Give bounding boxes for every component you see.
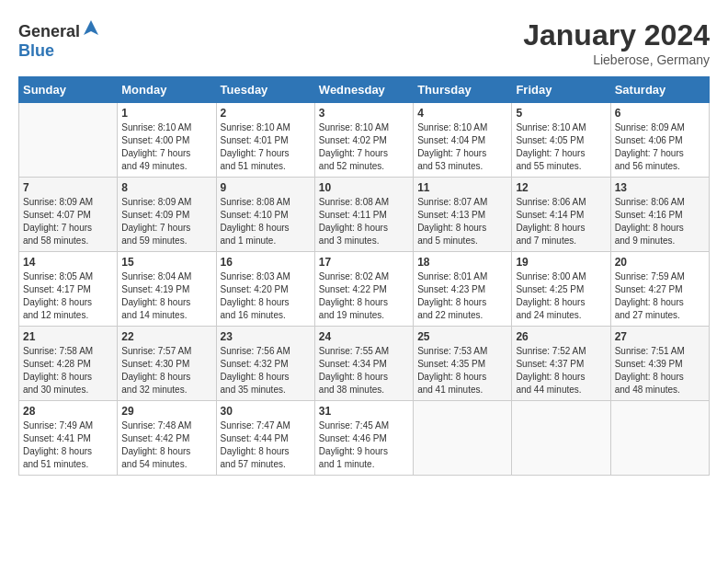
cell-info: Sunrise: 8:09 AMSunset: 4:07 PMDaylight:… bbox=[23, 196, 113, 247]
day-number: 27 bbox=[615, 330, 705, 343]
calendar-cell: 30Sunrise: 7:47 AMSunset: 4:44 PMDayligh… bbox=[216, 401, 314, 476]
cell-info: Sunrise: 8:06 AMSunset: 4:16 PMDaylight:… bbox=[615, 196, 705, 247]
cell-info: Sunrise: 7:45 AMSunset: 4:46 PMDaylight:… bbox=[319, 419, 409, 471]
cell-info: Sunrise: 7:55 AMSunset: 4:34 PMDaylight:… bbox=[319, 345, 409, 396]
day-number: 6 bbox=[615, 107, 705, 120]
calendar-cell: 23Sunrise: 7:56 AMSunset: 4:32 PMDayligh… bbox=[216, 327, 314, 401]
day-number: 30 bbox=[221, 405, 311, 418]
cell-info: Sunrise: 8:10 AMSunset: 4:04 PMDaylight:… bbox=[417, 121, 507, 173]
calendar-cell: 4Sunrise: 8:10 AMSunset: 4:04 PMDaylight… bbox=[414, 103, 512, 178]
calendar-cell: 9Sunrise: 8:08 AMSunset: 4:10 PMDaylight… bbox=[216, 178, 314, 252]
month-title: January 2024 bbox=[523, 18, 710, 52]
day-number: 5 bbox=[516, 107, 606, 120]
calendar-body: 1Sunrise: 8:10 AMSunset: 4:00 PMDaylight… bbox=[19, 103, 710, 476]
day-number: 14 bbox=[23, 256, 113, 269]
cell-info: Sunrise: 7:57 AMSunset: 4:30 PMDaylight:… bbox=[121, 345, 211, 396]
calendar-cell: 15Sunrise: 8:04 AMSunset: 4:19 PMDayligh… bbox=[118, 252, 216, 327]
calendar-cell: 17Sunrise: 8:02 AMSunset: 4:22 PMDayligh… bbox=[314, 252, 413, 327]
calendar-cell: 25Sunrise: 7:53 AMSunset: 4:35 PMDayligh… bbox=[414, 327, 512, 401]
header: General Blue January 2024 Lieberose, Ger… bbox=[18, 18, 710, 67]
calendar-cell: 10Sunrise: 8:08 AMSunset: 4:11 PMDayligh… bbox=[314, 178, 413, 252]
logo-general: General bbox=[18, 22, 80, 40]
calendar-cell: 31Sunrise: 7:45 AMSunset: 4:46 PMDayligh… bbox=[314, 401, 413, 476]
calendar-week-row: 1Sunrise: 8:10 AMSunset: 4:00 PMDaylight… bbox=[19, 103, 710, 178]
cell-info: Sunrise: 8:01 AMSunset: 4:23 PMDaylight:… bbox=[417, 270, 507, 322]
weekday-header-row: SundayMondayTuesdayWednesdayThursdayFrid… bbox=[19, 77, 710, 103]
calendar-table: SundayMondayTuesdayWednesdayThursdayFrid… bbox=[18, 76, 710, 476]
day-number: 4 bbox=[417, 107, 507, 120]
weekday-header-cell: Sunday bbox=[19, 77, 118, 103]
day-number: 15 bbox=[121, 256, 211, 269]
cell-info: Sunrise: 7:48 AMSunset: 4:42 PMDaylight:… bbox=[121, 419, 211, 471]
weekday-header-cell: Thursday bbox=[414, 77, 512, 103]
calendar-cell bbox=[512, 401, 610, 476]
cell-info: Sunrise: 8:10 AMSunset: 4:05 PMDaylight:… bbox=[516, 121, 606, 173]
svg-marker-0 bbox=[84, 20, 98, 35]
day-number: 11 bbox=[417, 181, 507, 194]
cell-info: Sunrise: 7:58 AMSunset: 4:28 PMDaylight:… bbox=[23, 345, 113, 396]
calendar-cell: 21Sunrise: 7:58 AMSunset: 4:28 PMDayligh… bbox=[19, 327, 118, 401]
day-number: 18 bbox=[417, 256, 507, 269]
cell-info: Sunrise: 8:05 AMSunset: 4:17 PMDaylight:… bbox=[23, 270, 113, 322]
day-number: 12 bbox=[516, 181, 606, 194]
cell-info: Sunrise: 8:03 AMSunset: 4:20 PMDaylight:… bbox=[221, 270, 311, 322]
cell-info: Sunrise: 8:10 AMSunset: 4:02 PMDaylight:… bbox=[319, 121, 409, 173]
calendar-week-row: 14Sunrise: 8:05 AMSunset: 4:17 PMDayligh… bbox=[19, 252, 710, 327]
day-number: 28 bbox=[23, 405, 113, 418]
calendar-cell bbox=[19, 103, 118, 178]
day-number: 2 bbox=[221, 107, 311, 120]
calendar-cell: 26Sunrise: 7:52 AMSunset: 4:37 PMDayligh… bbox=[512, 327, 610, 401]
calendar-week-row: 7Sunrise: 8:09 AMSunset: 4:07 PMDaylight… bbox=[19, 178, 710, 252]
cell-info: Sunrise: 7:52 AMSunset: 4:37 PMDaylight:… bbox=[516, 345, 606, 396]
logo-icon bbox=[82, 18, 100, 37]
cell-info: Sunrise: 7:49 AMSunset: 4:41 PMDaylight:… bbox=[23, 419, 113, 471]
calendar-cell: 8Sunrise: 8:09 AMSunset: 4:09 PMDaylight… bbox=[118, 178, 216, 252]
logo-blue: Blue bbox=[18, 41, 54, 60]
day-number: 22 bbox=[121, 330, 211, 343]
cell-info: Sunrise: 7:51 AMSunset: 4:39 PMDaylight:… bbox=[615, 345, 705, 396]
cell-info: Sunrise: 8:02 AMSunset: 4:22 PMDaylight:… bbox=[319, 270, 409, 322]
day-number: 21 bbox=[23, 330, 113, 343]
day-number: 8 bbox=[121, 181, 211, 194]
calendar-cell: 27Sunrise: 7:51 AMSunset: 4:39 PMDayligh… bbox=[610, 327, 709, 401]
day-number: 26 bbox=[516, 330, 606, 343]
calendar-cell bbox=[414, 401, 512, 476]
calendar-cell: 29Sunrise: 7:48 AMSunset: 4:42 PMDayligh… bbox=[118, 401, 216, 476]
day-number: 24 bbox=[319, 330, 409, 343]
day-number: 3 bbox=[319, 107, 409, 120]
calendar-cell: 20Sunrise: 7:59 AMSunset: 4:27 PMDayligh… bbox=[610, 252, 709, 327]
calendar-week-row: 28Sunrise: 7:49 AMSunset: 4:41 PMDayligh… bbox=[19, 401, 710, 476]
calendar-cell: 11Sunrise: 8:07 AMSunset: 4:13 PMDayligh… bbox=[414, 178, 512, 252]
calendar-cell: 12Sunrise: 8:06 AMSunset: 4:14 PMDayligh… bbox=[512, 178, 610, 252]
cell-info: Sunrise: 8:10 AMSunset: 4:01 PMDaylight:… bbox=[221, 121, 311, 173]
calendar-cell: 2Sunrise: 8:10 AMSunset: 4:01 PMDaylight… bbox=[216, 103, 314, 178]
day-number: 1 bbox=[121, 107, 211, 120]
day-number: 16 bbox=[221, 256, 311, 269]
weekday-header-cell: Saturday bbox=[610, 77, 709, 103]
calendar-cell: 1Sunrise: 8:10 AMSunset: 4:00 PMDaylight… bbox=[118, 103, 216, 178]
day-number: 17 bbox=[319, 256, 409, 269]
calendar-cell: 22Sunrise: 7:57 AMSunset: 4:30 PMDayligh… bbox=[118, 327, 216, 401]
calendar-cell: 16Sunrise: 8:03 AMSunset: 4:20 PMDayligh… bbox=[216, 252, 314, 327]
weekday-header-cell: Tuesday bbox=[216, 77, 314, 103]
cell-info: Sunrise: 8:00 AMSunset: 4:25 PMDaylight:… bbox=[516, 270, 606, 322]
calendar-cell: 18Sunrise: 8:01 AMSunset: 4:23 PMDayligh… bbox=[414, 252, 512, 327]
weekday-header-cell: Friday bbox=[512, 77, 610, 103]
calendar-cell: 7Sunrise: 8:09 AMSunset: 4:07 PMDaylight… bbox=[19, 178, 118, 252]
cell-info: Sunrise: 7:53 AMSunset: 4:35 PMDaylight:… bbox=[417, 345, 507, 396]
day-number: 10 bbox=[319, 181, 409, 194]
day-number: 9 bbox=[221, 181, 311, 194]
day-number: 29 bbox=[121, 405, 211, 418]
cell-info: Sunrise: 8:10 AMSunset: 4:00 PMDaylight:… bbox=[121, 121, 211, 173]
calendar-cell: 19Sunrise: 8:00 AMSunset: 4:25 PMDayligh… bbox=[512, 252, 610, 327]
weekday-header-cell: Wednesday bbox=[314, 77, 413, 103]
cell-info: Sunrise: 7:47 AMSunset: 4:44 PMDaylight:… bbox=[221, 419, 311, 471]
day-number: 19 bbox=[516, 256, 606, 269]
title-area: January 2024 Lieberose, Germany bbox=[523, 18, 710, 67]
calendar-cell: 14Sunrise: 8:05 AMSunset: 4:17 PMDayligh… bbox=[19, 252, 118, 327]
cell-info: Sunrise: 8:08 AMSunset: 4:10 PMDaylight:… bbox=[221, 196, 311, 247]
calendar-week-row: 21Sunrise: 7:58 AMSunset: 4:28 PMDayligh… bbox=[19, 327, 710, 401]
cell-info: Sunrise: 8:07 AMSunset: 4:13 PMDaylight:… bbox=[417, 196, 507, 247]
cell-info: Sunrise: 7:56 AMSunset: 4:32 PMDaylight:… bbox=[221, 345, 311, 396]
day-number: 20 bbox=[615, 256, 705, 269]
